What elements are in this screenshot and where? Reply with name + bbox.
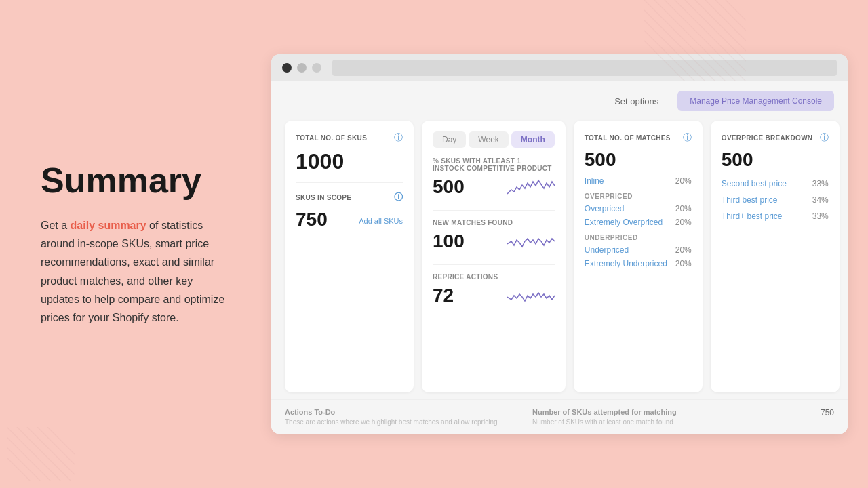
breakdown-row-2: Third+ best price 33% bbox=[722, 211, 829, 221]
svg-line-16 bbox=[37, 427, 75, 464]
metric-content-0: 500 bbox=[433, 175, 555, 199]
svg-line-17 bbox=[47, 427, 75, 454]
total-skus-info-icon[interactable]: ⓘ bbox=[394, 131, 403, 144]
underpriced-link-0[interactable]: Underpriced bbox=[585, 245, 629, 255]
dot-black[interactable] bbox=[282, 63, 292, 73]
card-overprice-breakdown: OVERPRICE BREAKDOWN ⓘ 500 Second best pr… bbox=[711, 121, 840, 392]
card-chart: Day Week Month % SKUS WITH ATLEAST 1 INS… bbox=[422, 121, 566, 392]
breakdown-info-icon[interactable]: ⓘ bbox=[820, 131, 829, 144]
dot-light[interactable] bbox=[312, 63, 321, 73]
skus-in-scope-value: 750 bbox=[296, 209, 328, 230]
metric-content-2: 72 bbox=[433, 283, 555, 308]
manage-console-button[interactable]: Manage Price Management Console bbox=[677, 91, 834, 111]
matches-label: TOTAL NO. OF MATCHES bbox=[585, 134, 671, 142]
matches-info-icon[interactable]: ⓘ bbox=[683, 131, 692, 144]
tab-week[interactable]: Week bbox=[469, 131, 508, 148]
underpriced-section-label: UNDERPRICED bbox=[585, 234, 692, 241]
metric-label-2: REPRICE ACTIONS bbox=[433, 273, 555, 281]
metric-row-0: % SKUS WITH ATLEAST 1 INSTOCK COMPETITIV… bbox=[433, 157, 555, 199]
breakdown-pct-1: 34% bbox=[812, 195, 829, 205]
browser-content: Set options Manage Price Management Cons… bbox=[271, 81, 848, 434]
address-bar bbox=[332, 60, 837, 76]
dot-gray[interactable] bbox=[297, 63, 307, 73]
breakdown-link-1[interactable]: Third best price bbox=[722, 195, 778, 205]
highlight-text: daily summary bbox=[71, 220, 146, 231]
overpriced-pct-0: 20% bbox=[675, 204, 692, 214]
skus-in-scope-label-text: SKUS IN SCOPE ⓘ bbox=[296, 191, 403, 203]
browser-titlebar bbox=[271, 54, 848, 81]
svg-line-5 bbox=[695, 0, 746, 51]
svg-line-8 bbox=[726, 0, 746, 20]
overpriced-link-0[interactable]: Overpriced bbox=[585, 204, 625, 214]
breakdown-link-0[interactable]: Second best price bbox=[722, 179, 787, 188]
svg-line-6 bbox=[705, 0, 746, 41]
breakdown-header: OVERPRICE BREAKDOWN ⓘ bbox=[722, 131, 829, 144]
underpriced-link-1[interactable]: Extremely Underpriced bbox=[585, 259, 667, 268]
bottom-right: 750 bbox=[780, 408, 834, 426]
tab-day[interactable]: Day bbox=[433, 131, 466, 148]
card-matches: TOTAL NO. OF MATCHES ⓘ 500 Inline 20% OV… bbox=[574, 121, 703, 392]
breakdown-value: 500 bbox=[722, 149, 829, 171]
tab-month[interactable]: Month bbox=[511, 131, 555, 148]
total-skus-value: 1000 bbox=[296, 149, 403, 174]
underpriced-pct-1: 20% bbox=[675, 259, 692, 268]
overpriced-pct-1: 20% bbox=[675, 218, 692, 227]
matches-value: 500 bbox=[585, 149, 692, 171]
card-total-skus-header: TOTAL NO. OF SKUS ⓘ bbox=[296, 131, 403, 144]
svg-line-4 bbox=[685, 0, 746, 61]
sparkline-0 bbox=[507, 175, 555, 199]
inline-pct: 20% bbox=[675, 176, 692, 186]
svg-line-1 bbox=[654, 0, 746, 81]
breakdown-pct-0: 33% bbox=[812, 179, 829, 188]
tab-group: Day Week Month bbox=[433, 131, 555, 148]
browser-window: Set options Manage Price Management Cons… bbox=[271, 54, 848, 434]
underpriced-row-0: Underpriced 20% bbox=[585, 245, 692, 255]
metric-row-1: NEW MATCHES FOUND 100 bbox=[433, 219, 555, 253]
matches-header: TOTAL NO. OF MATCHES ⓘ bbox=[585, 131, 692, 144]
desc-part1: Get a bbox=[41, 220, 71, 231]
sparkline-2 bbox=[507, 283, 555, 308]
skus-in-scope-row: 750 Add all SKUs bbox=[296, 209, 403, 233]
svg-line-2 bbox=[665, 0, 746, 81]
bottom-bar: Actions To-Do These are actions where we… bbox=[271, 399, 848, 434]
breakdown-label: OVERPRICE BREAKDOWN bbox=[722, 134, 813, 142]
bottom-left: Actions To-Do These are actions where we… bbox=[285, 408, 532, 426]
breakdown-row-0: Second best price 33% bbox=[722, 179, 829, 188]
card-total-skus: TOTAL NO. OF SKUS ⓘ 1000 SKUS IN SCOPE ⓘ… bbox=[285, 121, 414, 392]
metric-label-1: NEW MATCHES FOUND bbox=[433, 219, 555, 226]
metric-content-1: 100 bbox=[433, 229, 555, 253]
breakdown-pct-2: 33% bbox=[812, 211, 829, 221]
skus-in-scope-label: SKUS IN SCOPE bbox=[296, 194, 351, 201]
bottom-right-value: 750 bbox=[780, 408, 834, 418]
summary-description: Get a daily summary of statistics around… bbox=[41, 216, 231, 327]
metric-value-0: 500 bbox=[433, 176, 465, 198]
breakdown-row-1: Third best price 34% bbox=[722, 195, 829, 205]
desc-part3: of statistics around in-scope SKUs, smar… bbox=[41, 220, 224, 323]
set-options-button[interactable]: Set options bbox=[606, 92, 667, 110]
svg-line-15 bbox=[27, 427, 75, 474]
overpriced-row-0: Overpriced 20% bbox=[585, 204, 692, 214]
underpriced-pct-0: 20% bbox=[675, 245, 692, 255]
metric-value-2: 72 bbox=[433, 285, 454, 306]
matching-desc: Number of SKUs with at least one match f… bbox=[532, 418, 780, 426]
add-all-skus-link[interactable]: Add all SKUs bbox=[359, 217, 403, 225]
skus-in-scope-info-icon[interactable]: ⓘ bbox=[394, 191, 403, 203]
sparkline-1 bbox=[507, 229, 555, 253]
overpriced-link-1[interactable]: Extremely Overpriced bbox=[585, 218, 663, 227]
svg-line-18 bbox=[7, 437, 64, 481]
metric-label-0: % SKUS WITH ATLEAST 1 INSTOCK COMPETITIV… bbox=[433, 157, 555, 172]
top-actions: Set options Manage Price Management Cons… bbox=[271, 81, 848, 121]
dashboard-grid: TOTAL NO. OF SKUS ⓘ 1000 SKUS IN SCOPE ⓘ… bbox=[271, 121, 848, 392]
overpriced-section-label: OVERPRICED bbox=[585, 192, 692, 200]
page-title: Summary bbox=[41, 161, 231, 200]
left-panel: Summary Get a daily summary of statistic… bbox=[0, 134, 271, 354]
matching-label: Number of SKUs attempted for matching bbox=[532, 408, 780, 416]
metric-row-2: REPRICE ACTIONS 72 bbox=[433, 273, 555, 308]
svg-line-3 bbox=[675, 0, 746, 71]
total-skus-label: TOTAL NO. OF SKUS bbox=[296, 134, 367, 142]
card-divider bbox=[296, 182, 403, 183]
metric-value-1: 100 bbox=[433, 230, 465, 252]
inline-link[interactable]: Inline bbox=[585, 176, 604, 186]
actions-todo-label: Actions To-Do bbox=[285, 408, 532, 416]
breakdown-link-2[interactable]: Third+ best price bbox=[722, 211, 783, 221]
